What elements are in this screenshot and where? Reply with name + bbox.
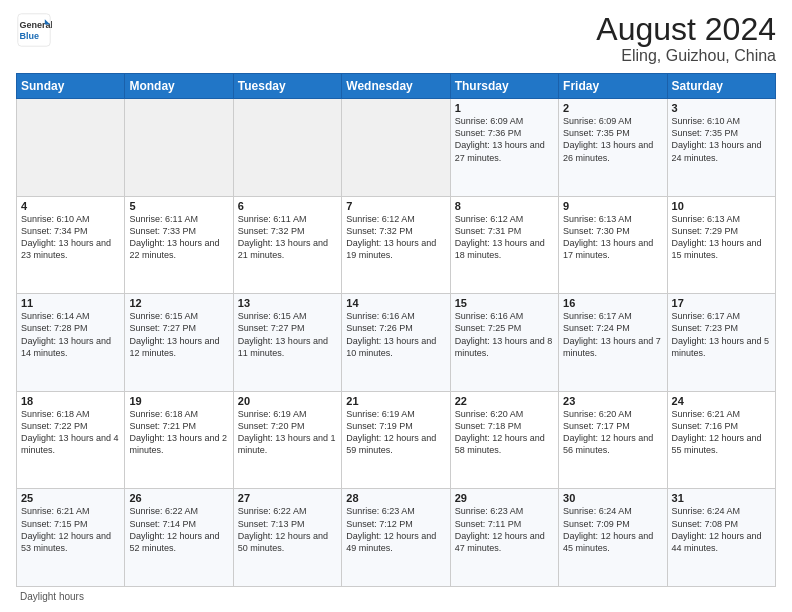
- day-number: 7: [346, 200, 445, 212]
- day-cell: 22Sunrise: 6:20 AM Sunset: 7:18 PM Dayli…: [450, 391, 558, 489]
- calendar-subtitle: Eling, Guizhou, China: [596, 47, 776, 65]
- day-number: 17: [672, 297, 771, 309]
- day-number: 29: [455, 492, 554, 504]
- day-number: 28: [346, 492, 445, 504]
- col-monday: Monday: [125, 74, 233, 99]
- day-info: Sunrise: 6:15 AM Sunset: 7:27 PM Dayligh…: [238, 310, 337, 359]
- day-cell: 28Sunrise: 6:23 AM Sunset: 7:12 PM Dayli…: [342, 489, 450, 587]
- day-number: 5: [129, 200, 228, 212]
- day-cell: [233, 99, 341, 197]
- day-cell: 1Sunrise: 6:09 AM Sunset: 7:36 PM Daylig…: [450, 99, 558, 197]
- day-cell: 8Sunrise: 6:12 AM Sunset: 7:31 PM Daylig…: [450, 196, 558, 294]
- day-cell: 15Sunrise: 6:16 AM Sunset: 7:25 PM Dayli…: [450, 294, 558, 392]
- day-info: Sunrise: 6:22 AM Sunset: 7:14 PM Dayligh…: [129, 505, 228, 554]
- col-tuesday: Tuesday: [233, 74, 341, 99]
- day-info: Sunrise: 6:11 AM Sunset: 7:32 PM Dayligh…: [238, 213, 337, 262]
- day-info: Sunrise: 6:17 AM Sunset: 7:23 PM Dayligh…: [672, 310, 771, 359]
- day-info: Sunrise: 6:24 AM Sunset: 7:09 PM Dayligh…: [563, 505, 662, 554]
- day-cell: 31Sunrise: 6:24 AM Sunset: 7:08 PM Dayli…: [667, 489, 775, 587]
- day-info: Sunrise: 6:18 AM Sunset: 7:21 PM Dayligh…: [129, 408, 228, 457]
- day-number: 13: [238, 297, 337, 309]
- calendar-title: August 2024: [596, 12, 776, 47]
- day-info: Sunrise: 6:24 AM Sunset: 7:08 PM Dayligh…: [672, 505, 771, 554]
- day-info: Sunrise: 6:18 AM Sunset: 7:22 PM Dayligh…: [21, 408, 120, 457]
- day-number: 23: [563, 395, 662, 407]
- week-row-4: 18Sunrise: 6:18 AM Sunset: 7:22 PM Dayli…: [17, 391, 776, 489]
- day-info: Sunrise: 6:20 AM Sunset: 7:18 PM Dayligh…: [455, 408, 554, 457]
- day-cell: 11Sunrise: 6:14 AM Sunset: 7:28 PM Dayli…: [17, 294, 125, 392]
- day-cell: [342, 99, 450, 197]
- day-cell: 20Sunrise: 6:19 AM Sunset: 7:20 PM Dayli…: [233, 391, 341, 489]
- day-number: 3: [672, 102, 771, 114]
- day-info: Sunrise: 6:13 AM Sunset: 7:29 PM Dayligh…: [672, 213, 771, 262]
- day-cell: 3Sunrise: 6:10 AM Sunset: 7:35 PM Daylig…: [667, 99, 775, 197]
- col-wednesday: Wednesday: [342, 74, 450, 99]
- week-row-5: 25Sunrise: 6:21 AM Sunset: 7:15 PM Dayli…: [17, 489, 776, 587]
- day-cell: 2Sunrise: 6:09 AM Sunset: 7:35 PM Daylig…: [559, 99, 667, 197]
- day-number: 25: [21, 492, 120, 504]
- day-number: 27: [238, 492, 337, 504]
- day-cell: 25Sunrise: 6:21 AM Sunset: 7:15 PM Dayli…: [17, 489, 125, 587]
- day-info: Sunrise: 6:09 AM Sunset: 7:36 PM Dayligh…: [455, 115, 554, 164]
- day-cell: 5Sunrise: 6:11 AM Sunset: 7:33 PM Daylig…: [125, 196, 233, 294]
- day-cell: 16Sunrise: 6:17 AM Sunset: 7:24 PM Dayli…: [559, 294, 667, 392]
- day-info: Sunrise: 6:21 AM Sunset: 7:16 PM Dayligh…: [672, 408, 771, 457]
- day-number: 4: [21, 200, 120, 212]
- day-number: 18: [21, 395, 120, 407]
- title-block: August 2024 Eling, Guizhou, China: [596, 12, 776, 65]
- day-number: 20: [238, 395, 337, 407]
- col-friday: Friday: [559, 74, 667, 99]
- day-cell: 10Sunrise: 6:13 AM Sunset: 7:29 PM Dayli…: [667, 196, 775, 294]
- day-number: 6: [238, 200, 337, 212]
- day-cell: 4Sunrise: 6:10 AM Sunset: 7:34 PM Daylig…: [17, 196, 125, 294]
- day-info: Sunrise: 6:16 AM Sunset: 7:25 PM Dayligh…: [455, 310, 554, 359]
- day-number: 16: [563, 297, 662, 309]
- header: General Blue August 2024 Eling, Guizhou,…: [16, 12, 776, 65]
- day-cell: [17, 99, 125, 197]
- week-row-1: 1Sunrise: 6:09 AM Sunset: 7:36 PM Daylig…: [17, 99, 776, 197]
- day-info: Sunrise: 6:23 AM Sunset: 7:11 PM Dayligh…: [455, 505, 554, 554]
- day-info: Sunrise: 6:12 AM Sunset: 7:32 PM Dayligh…: [346, 213, 445, 262]
- day-number: 30: [563, 492, 662, 504]
- day-cell: 29Sunrise: 6:23 AM Sunset: 7:11 PM Dayli…: [450, 489, 558, 587]
- day-number: 19: [129, 395, 228, 407]
- footer-note: Daylight hours: [16, 591, 776, 602]
- day-number: 10: [672, 200, 771, 212]
- day-number: 26: [129, 492, 228, 504]
- logo-icon: General Blue: [16, 12, 52, 48]
- day-cell: 17Sunrise: 6:17 AM Sunset: 7:23 PM Dayli…: [667, 294, 775, 392]
- day-info: Sunrise: 6:21 AM Sunset: 7:15 PM Dayligh…: [21, 505, 120, 554]
- day-info: Sunrise: 6:16 AM Sunset: 7:26 PM Dayligh…: [346, 310, 445, 359]
- week-row-2: 4Sunrise: 6:10 AM Sunset: 7:34 PM Daylig…: [17, 196, 776, 294]
- calendar-table: Sunday Monday Tuesday Wednesday Thursday…: [16, 73, 776, 587]
- svg-text:Blue: Blue: [20, 31, 40, 41]
- day-info: Sunrise: 6:23 AM Sunset: 7:12 PM Dayligh…: [346, 505, 445, 554]
- week-row-3: 11Sunrise: 6:14 AM Sunset: 7:28 PM Dayli…: [17, 294, 776, 392]
- day-cell: 19Sunrise: 6:18 AM Sunset: 7:21 PM Dayli…: [125, 391, 233, 489]
- day-cell: 13Sunrise: 6:15 AM Sunset: 7:27 PM Dayli…: [233, 294, 341, 392]
- daylight-label: Daylight hours: [20, 591, 84, 602]
- day-info: Sunrise: 6:14 AM Sunset: 7:28 PM Dayligh…: [21, 310, 120, 359]
- day-number: 2: [563, 102, 662, 114]
- day-number: 21: [346, 395, 445, 407]
- day-cell: 18Sunrise: 6:18 AM Sunset: 7:22 PM Dayli…: [17, 391, 125, 489]
- day-number: 9: [563, 200, 662, 212]
- col-sunday: Sunday: [17, 74, 125, 99]
- day-number: 15: [455, 297, 554, 309]
- day-info: Sunrise: 6:19 AM Sunset: 7:19 PM Dayligh…: [346, 408, 445, 457]
- day-cell: 27Sunrise: 6:22 AM Sunset: 7:13 PM Dayli…: [233, 489, 341, 587]
- day-cell: 23Sunrise: 6:20 AM Sunset: 7:17 PM Dayli…: [559, 391, 667, 489]
- header-row: Sunday Monday Tuesday Wednesday Thursday…: [17, 74, 776, 99]
- calendar-page: General Blue August 2024 Eling, Guizhou,…: [0, 0, 792, 612]
- day-info: Sunrise: 6:10 AM Sunset: 7:35 PM Dayligh…: [672, 115, 771, 164]
- day-info: Sunrise: 6:10 AM Sunset: 7:34 PM Dayligh…: [21, 213, 120, 262]
- day-cell: 7Sunrise: 6:12 AM Sunset: 7:32 PM Daylig…: [342, 196, 450, 294]
- day-cell: [125, 99, 233, 197]
- day-info: Sunrise: 6:19 AM Sunset: 7:20 PM Dayligh…: [238, 408, 337, 457]
- day-number: 22: [455, 395, 554, 407]
- day-number: 31: [672, 492, 771, 504]
- day-info: Sunrise: 6:15 AM Sunset: 7:27 PM Dayligh…: [129, 310, 228, 359]
- col-saturday: Saturday: [667, 74, 775, 99]
- day-number: 24: [672, 395, 771, 407]
- day-cell: 14Sunrise: 6:16 AM Sunset: 7:26 PM Dayli…: [342, 294, 450, 392]
